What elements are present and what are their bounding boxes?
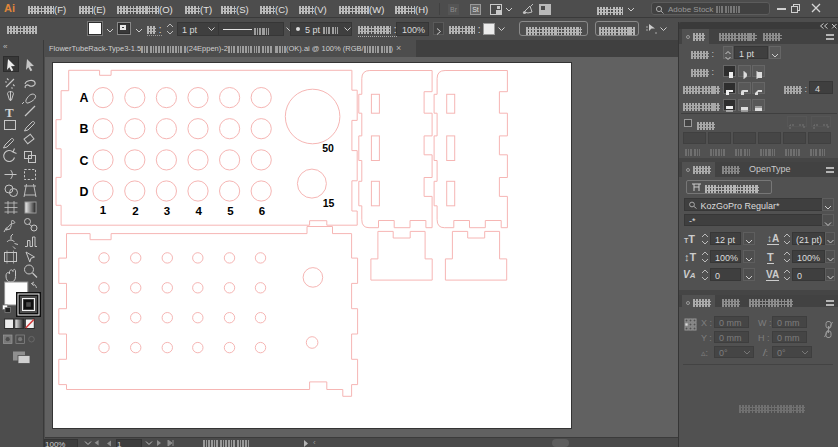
svg-text:2: 2 [132, 205, 138, 217]
svg-text:C: C [80, 154, 89, 168]
svg-text:3: 3 [164, 205, 170, 217]
svg-text:T: T [5, 105, 14, 120]
svg-text:B: B [80, 122, 89, 136]
svg-text:5: 5 [227, 205, 234, 217]
svg-text:1: 1 [100, 204, 107, 216]
svg-text:15: 15 [323, 197, 335, 209]
svg-text:50: 50 [322, 142, 334, 154]
svg-text:D: D [80, 185, 89, 199]
svg-text:A: A [80, 91, 89, 105]
svg-text:4: 4 [196, 205, 203, 217]
svg-text:6: 6 [259, 205, 265, 217]
